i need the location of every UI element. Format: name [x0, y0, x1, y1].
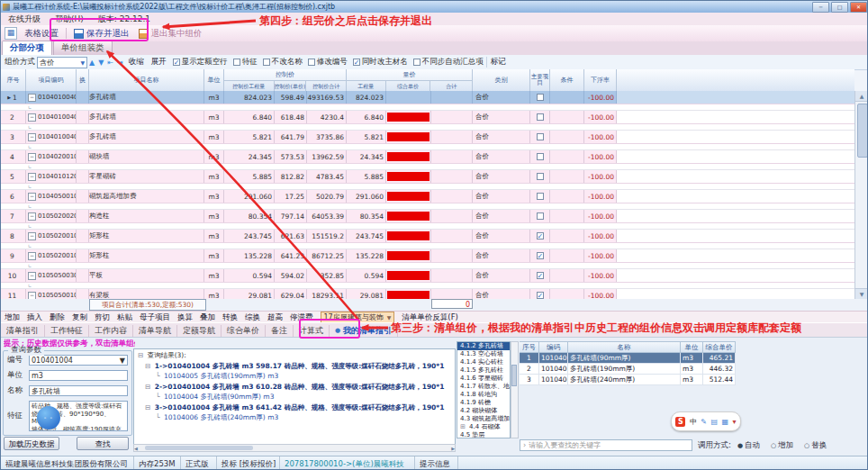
- table-row[interactable]: 3−010401004003多孔砖墙m35.821641.793735.865.…: [1, 131, 854, 144]
- option-check-1[interactable]: 特征: [231, 57, 260, 68]
- table-row[interactable]: 2−010401004002多孔砖墙m36.840618.484230.46.8…: [1, 111, 854, 124]
- save-exit-button[interactable]: 保存并退出: [69, 28, 134, 40]
- category-item-1[interactable]: 4.1.3 空心砖墙: [457, 350, 510, 358]
- result-child-0[interactable]: └ 10104005 多孔砖墙(190mm厚) m3: [134, 372, 455, 381]
- keyboard-icon[interactable]: ▤: [710, 418, 718, 426]
- table-row[interactable]: 5−010401012001零星砌砖m35.885812.824783.455.…: [1, 170, 854, 184]
- category-item-7[interactable]: 4.1.9 砖檐: [457, 399, 510, 407]
- result-item-2[interactable]: ⊟ 3->010401004 多孔砖墙 m3 641.42 砖品种、规格、强度等…: [134, 403, 455, 412]
- edit-button-9[interactable]: 转换: [219, 312, 241, 323]
- expand-icon[interactable]: −: [28, 252, 36, 260]
- result-item-0[interactable]: ⊟ 1->010401004 多孔砖墙 m3 598.17 砖品种、规格、强度等…: [134, 362, 455, 371]
- checkbox-icon[interactable]: [233, 59, 240, 66]
- invoke-option-1[interactable]: ○增加: [768, 440, 796, 451]
- main-item-checkbox[interactable]: [537, 212, 544, 220]
- detail-tab-0[interactable]: 清单指引: [1, 325, 45, 337]
- expand-icon[interactable]: −: [28, 173, 36, 181]
- expand-icon[interactable]: −: [28, 212, 36, 221]
- close-button[interactable]: ✕: [850, 2, 867, 13]
- scroll-down-icon[interactable]: ▼: [855, 288, 868, 299]
- checkbox-icon[interactable]: ✓: [173, 59, 180, 66]
- detail-tab-8[interactable]: ●我的清单指引: [330, 325, 398, 337]
- option-check-4[interactable]: ✓同时改主材名: [350, 57, 411, 68]
- exit-group-pricing-button[interactable]: 退出集中组价: [134, 28, 207, 40]
- nav-arrow-icon-1[interactable]: ▼: [96, 59, 105, 67]
- menu-item-2[interactable]: 版本: 22.12.1: [91, 14, 158, 25]
- mark-button[interactable]: 标记: [486, 57, 510, 68]
- scrollbar-thumb[interactable]: [857, 104, 868, 158]
- option-check-3[interactable]: 修改编号: [305, 57, 350, 68]
- quota-row[interactable]: 310104006多孔砖墙(240mm厚)m3512.44: [520, 375, 736, 385]
- search-button[interactable]: 查找: [77, 437, 129, 450]
- sub-row[interactable]: ∟: [1, 124, 854, 131]
- category-item-9[interactable]: 4.3 砌筑超高增加费: [457, 415, 510, 423]
- main-item-checkbox[interactable]: [537, 94, 544, 101]
- expand-icon[interactable]: −: [28, 94, 36, 102]
- sub-row[interactable]: ∟: [1, 223, 854, 230]
- detail-tab-1[interactable]: 工作特征: [45, 325, 89, 337]
- tab-0[interactable]: 分部分项: [2, 41, 52, 55]
- option-check-5[interactable]: 不同步自动汇总项: [411, 57, 486, 68]
- expand-icon[interactable]: −: [28, 133, 36, 141]
- quota-row[interactable]: 210104005多孔砖墙(190mm厚)m3446.32: [520, 364, 736, 375]
- table-row[interactable]: 7−010502002001构造柱m380.354797.1464053.398…: [1, 210, 854, 223]
- checkbox-icon[interactable]: [413, 59, 420, 66]
- hscroll-thumb[interactable]: [145, 446, 253, 450]
- category-item-10[interactable]: ⊞ 4.4 石砌体: [457, 423, 510, 431]
- checkbox-icon[interactable]: [308, 59, 315, 66]
- edit-button-4[interactable]: 剪切: [91, 312, 113, 323]
- reverse-calc-button[interactable]: 清单单价反算(F): [398, 312, 462, 323]
- expand-icon[interactable]: −: [28, 193, 36, 201]
- category-scrollbar[interactable]: [511, 341, 519, 438]
- result-child-1[interactable]: └ 10104004 多孔砖墙(90mm厚) m3: [134, 393, 455, 402]
- detail-tab-6[interactable]: 备注: [266, 325, 294, 337]
- table-row[interactable]: 4−010402001001砌块墙m324.345573.5313962.592…: [1, 150, 854, 164]
- sogou-logo-icon[interactable]: S: [675, 417, 685, 427]
- category-item-3[interactable]: 4.1.5 多孔砖柱: [457, 366, 510, 375]
- main-item-checkbox[interactable]: [537, 113, 544, 121]
- keyword-search-input[interactable]: › 请输入要查找的关键字: [520, 439, 692, 451]
- sub-row[interactable]: ∟: [1, 104, 854, 111]
- edit-button-12[interactable]: 停滞费: [286, 312, 317, 323]
- quota-row[interactable]: 110104004多孔砖墙(90mm厚)m3465.21: [520, 353, 736, 364]
- expand-icon[interactable]: −: [28, 292, 36, 300]
- detail-tab-3[interactable]: 清单导航: [133, 325, 177, 337]
- main-item-checkbox[interactable]: ✓: [537, 252, 544, 259]
- query-field-input[interactable]: m3: [29, 370, 128, 381]
- scroll-up-icon[interactable]: ▲: [855, 91, 868, 102]
- pen-icon[interactable]: ✎: [701, 418, 707, 426]
- table-row[interactable]: 6−010405001001砌筑超高增加费m3291.06017.255020.…: [1, 190, 854, 203]
- sub-row[interactable]: ∟: [1, 184, 854, 190]
- summary-total[interactable]: 0: [431, 299, 473, 309]
- checkbox-icon[interactable]: [263, 59, 270, 66]
- result-item-1[interactable]: ⊟ 2->010401004 多孔砖墙 m3 610.28 砖品种、规格、强度等…: [134, 383, 455, 392]
- query-field-input[interactable]: 多孔砖墙: [29, 385, 128, 396]
- edit-button-10[interactable]: 综换: [241, 312, 264, 323]
- load-history-button[interactable]: 加载历史数据: [4, 437, 59, 450]
- table-settings-button[interactable]: 表格设置: [20, 28, 63, 40]
- category-item-6[interactable]: 4.1.8 砖地沟: [457, 391, 510, 399]
- nav-arrow-icon-2[interactable]: ⇤: [105, 59, 115, 67]
- table-row[interactable]: 11−010505001005有梁板m329.081629.0418293.11…: [1, 289, 854, 299]
- main-item-checkbox[interactable]: ✓: [537, 232, 544, 240]
- edit-button-8[interactable]: 叠加: [196, 312, 219, 323]
- chinese-mode-icon[interactable]: 中: [690, 417, 697, 427]
- main-item-checkbox[interactable]: ✓: [537, 292, 544, 299]
- more-icon[interactable]: ▾: [732, 418, 736, 426]
- category-item-2[interactable]: 4.1.4 实心砖柱: [457, 358, 510, 366]
- main-item-checkbox[interactable]: [537, 173, 544, 180]
- expand-icon[interactable]: −: [28, 153, 36, 161]
- expand-button[interactable]: 展开: [148, 57, 170, 68]
- sub-row[interactable]: ∟: [1, 164, 854, 170]
- menu-item-0[interactable]: 在线升级: [1, 14, 48, 25]
- edit-button-7[interactable]: 换算: [174, 312, 196, 323]
- scroll-right-icon[interactable]: ▶: [451, 446, 455, 451]
- category-item-11[interactable]: 4.5 垫层: [457, 431, 510, 438]
- table-vertical-scrollbar[interactable]: ▲ ▼: [854, 91, 868, 299]
- detail-tab-7[interactable]: 计算式: [294, 325, 330, 337]
- edit-button-2[interactable]: 删除: [46, 312, 68, 323]
- detail-tab-4[interactable]: 定额导航: [177, 325, 222, 337]
- pricing-mode-combo[interactable]: 含价 ▼: [37, 57, 87, 68]
- tab-1[interactable]: 单价组装类: [53, 41, 113, 55]
- invoke-option-0[interactable]: ●自动: [735, 440, 763, 451]
